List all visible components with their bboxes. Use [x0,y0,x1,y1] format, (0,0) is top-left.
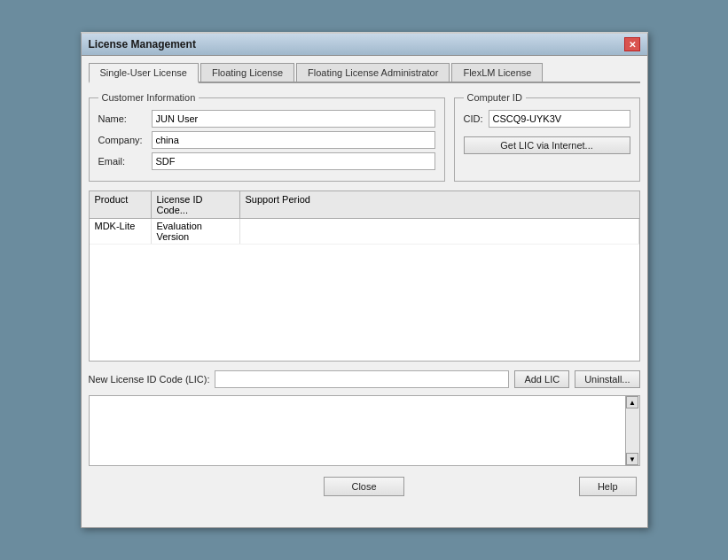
tab-floating-license[interactable]: Floating License [200,63,294,82]
window-title: License Management [89,38,196,51]
email-input[interactable] [152,152,435,170]
name-input[interactable] [152,110,435,128]
new-lic-label: New License ID Code (LIC): [89,374,210,385]
customer-info-legend: Customer Information [98,92,200,103]
col-header-product: Product [90,191,152,218]
add-lic-button[interactable]: Add LIC [514,370,569,388]
table-header: Product License ID Code... Support Perio… [90,191,639,219]
email-label: Email: [98,156,152,167]
top-section: Customer Information Name: Company: Emai… [89,92,640,182]
license-table-container: Product License ID Code... Support Perio… [89,191,640,362]
license-management-window: License Management ✕ Single-User License… [81,32,648,528]
footer-spacer-left [92,477,274,496]
tab-single-user-license[interactable]: Single-User License [89,63,199,83]
close-window-button[interactable]: ✕ [624,37,640,51]
cid-input[interactable] [489,110,630,128]
title-bar: License Management ✕ [82,34,647,56]
new-lic-row: New License ID Code (LIC): Add LIC Unins… [89,370,640,388]
customer-info-group: Customer Information Name: Company: Emai… [89,92,445,182]
company-label: Company: [98,135,152,145]
cell-product: MDK-Lite [90,219,152,244]
footer-center: Close [273,477,455,496]
get-lic-button[interactable]: Get LIC via Internet... [464,136,630,154]
email-row: Email: [98,152,435,170]
help-button[interactable]: Help [579,477,637,496]
new-lic-input[interactable] [215,370,509,388]
tab-flexlm-license[interactable]: FlexLM License [451,63,543,82]
col-header-support: Support Period [240,191,639,218]
computer-id-legend: Computer ID [464,92,526,103]
cid-label: CID: [464,113,483,124]
name-label: Name: [98,113,152,124]
company-row: Company: [98,131,435,149]
footer-buttons: Close Help [89,477,640,496]
window-content: Single-User License Floating License Flo… [82,56,647,503]
cell-support [240,219,639,244]
scroll-down-arrow[interactable]: ▼ [626,453,638,465]
log-textarea[interactable] [90,396,625,465]
tab-bar: Single-User License Floating License Flo… [89,63,640,83]
company-input[interactable] [152,131,435,149]
uninstall-button[interactable]: Uninstall... [575,370,639,388]
col-header-license: License ID Code... [152,191,240,218]
cell-license: Evaluation Version [152,219,240,244]
scroll-track [626,408,639,453]
close-button[interactable]: Close [324,477,403,496]
cid-row: CID: [464,110,630,128]
name-row: Name: [98,110,435,128]
table-body: MDK-Lite Evaluation Version [90,219,639,361]
tab-floating-license-admin[interactable]: Floating License Administrator [296,63,450,82]
footer-right: Help [455,477,637,496]
log-area-container: ▲ ▼ [89,395,640,466]
computer-id-group: Computer ID CID: Get LIC via Internet... [454,92,640,182]
vertical-scrollbar[interactable]: ▲ ▼ [625,396,639,465]
table-row: MDK-Lite Evaluation Version [90,219,639,245]
scroll-up-arrow[interactable]: ▲ [626,396,638,408]
